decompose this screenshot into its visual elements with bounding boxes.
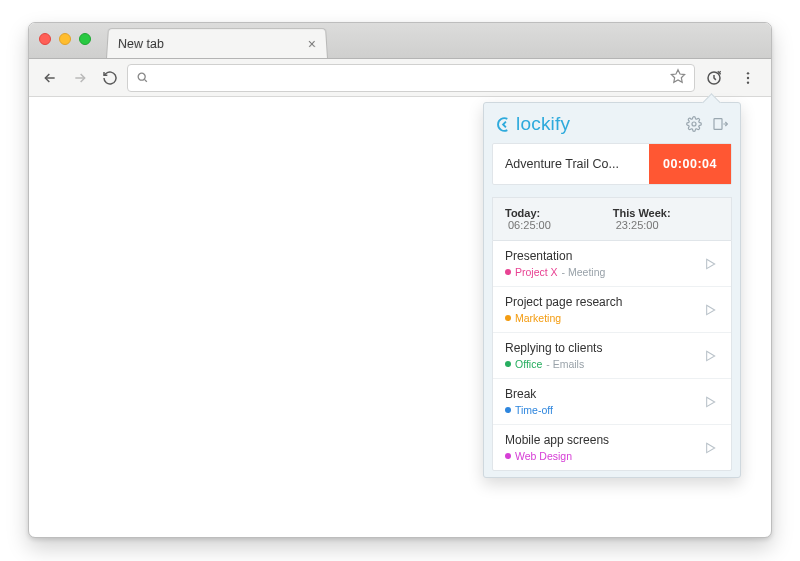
- bookmark-star-button[interactable]: [670, 68, 686, 88]
- entry-title: Replying to clients: [505, 341, 699, 355]
- search-icon: [136, 71, 149, 84]
- address-input[interactable]: [155, 70, 686, 85]
- svg-marker-9: [707, 305, 715, 314]
- clockify-logo-icon: [496, 116, 513, 133]
- clockify-clock-icon: [705, 69, 723, 87]
- entry-main: Project page research Marketing: [505, 295, 699, 324]
- svg-point-6: [692, 122, 696, 126]
- entry-meta: Project X - Meeting: [505, 266, 699, 278]
- entry-play-button[interactable]: [699, 299, 721, 321]
- time-entry[interactable]: Project page research Marketing: [493, 287, 731, 333]
- entry-main: Mobile app screens Web Design: [505, 433, 699, 462]
- clockify-logo-text: lockify: [516, 113, 570, 135]
- entry-play-button[interactable]: [699, 345, 721, 367]
- play-icon: [702, 348, 718, 364]
- project-color-dot: [505, 407, 511, 413]
- play-icon: [702, 256, 718, 272]
- svg-marker-10: [707, 351, 715, 360]
- window-minimize-button[interactable]: [59, 33, 71, 45]
- entry-tag: - Meeting: [562, 266, 606, 278]
- stats-today: Today: 06:25:00: [505, 207, 589, 231]
- entry-play-button[interactable]: [699, 437, 721, 459]
- time-entry-list: Presentation Project X - Meeting Project…: [492, 240, 732, 471]
- browser-tab[interactable]: New tab ×: [106, 28, 328, 58]
- stop-timer-button[interactable]: 00:00:04: [649, 144, 731, 184]
- tab-bar: New tab ×: [29, 23, 771, 59]
- entry-project: Web Design: [515, 450, 572, 462]
- active-timer-elapsed: 00:00:04: [663, 157, 717, 171]
- svg-marker-8: [707, 259, 715, 268]
- project-color-dot: [505, 269, 511, 275]
- project-color-dot: [505, 315, 511, 321]
- clockify-extension-button[interactable]: [699, 64, 729, 92]
- play-icon: [702, 440, 718, 456]
- play-icon: [702, 394, 718, 410]
- star-icon: [670, 68, 686, 84]
- stats-week-label: This Week:: [613, 207, 671, 219]
- popup-settings-button[interactable]: [686, 116, 702, 132]
- svg-point-5: [747, 81, 749, 83]
- play-icon: [702, 302, 718, 318]
- browser-window: New tab × l: [28, 22, 772, 538]
- stats-today-value: 06:25:00: [508, 219, 551, 231]
- svg-marker-11: [707, 397, 715, 406]
- arrow-left-icon: [42, 70, 58, 86]
- browser-toolbar: [29, 59, 771, 97]
- entry-meta: Web Design: [505, 450, 699, 462]
- logout-icon: [712, 116, 728, 132]
- window-controls: [39, 33, 91, 45]
- entry-project: Project X: [515, 266, 558, 278]
- stats-week: This Week: 23:25:00: [613, 207, 719, 231]
- entry-project: Office: [515, 358, 542, 370]
- svg-rect-7: [714, 119, 722, 130]
- svg-marker-12: [707, 443, 715, 452]
- tab-title: New tab: [118, 37, 164, 51]
- entry-title: Mobile app screens: [505, 433, 699, 447]
- svg-point-3: [747, 72, 749, 74]
- entry-title: Presentation: [505, 249, 699, 263]
- nav-forward-button[interactable]: [67, 65, 93, 91]
- time-stats-bar: Today: 06:25:00 This Week: 23:25:00: [492, 197, 732, 240]
- popup-header: lockify: [484, 103, 740, 143]
- svg-point-0: [138, 73, 145, 80]
- project-color-dot: [505, 361, 511, 367]
- svg-marker-1: [671, 69, 684, 82]
- stats-week-value: 23:25:00: [616, 219, 659, 231]
- entry-meta: Marketing: [505, 312, 699, 324]
- time-entry[interactable]: Break Time-off: [493, 379, 731, 425]
- window-zoom-button[interactable]: [79, 33, 91, 45]
- time-entry[interactable]: Mobile app screens Web Design: [493, 425, 731, 470]
- browser-menu-button[interactable]: [733, 64, 763, 92]
- clockify-logo: lockify: [496, 113, 570, 135]
- nav-back-button[interactable]: [37, 65, 63, 91]
- kebab-menu-icon: [740, 70, 756, 86]
- entry-title: Project page research: [505, 295, 699, 309]
- stats-today-label: Today:: [505, 207, 540, 219]
- reload-icon: [102, 70, 118, 86]
- entry-meta: Office - Emails: [505, 358, 699, 370]
- time-entry[interactable]: Replying to clients Office - Emails: [493, 333, 731, 379]
- entry-title: Break: [505, 387, 699, 401]
- entry-main: Replying to clients Office - Emails: [505, 341, 699, 370]
- entry-play-button[interactable]: [699, 391, 721, 413]
- entry-play-button[interactable]: [699, 253, 721, 275]
- entry-meta: Time-off: [505, 404, 699, 416]
- active-timer-row: Adventure Trail Co... 00:00:04: [492, 143, 732, 185]
- tab-close-button[interactable]: ×: [307, 37, 316, 51]
- time-entry[interactable]: Presentation Project X - Meeting: [493, 241, 731, 287]
- entry-project: Marketing: [515, 312, 561, 324]
- window-close-button[interactable]: [39, 33, 51, 45]
- entry-tag: - Emails: [546, 358, 584, 370]
- address-bar[interactable]: [127, 64, 695, 92]
- entry-main: Presentation Project X - Meeting: [505, 249, 699, 278]
- active-timer-description[interactable]: Adventure Trail Co...: [505, 157, 649, 171]
- project-color-dot: [505, 453, 511, 459]
- entry-project: Time-off: [515, 404, 553, 416]
- popup-logout-button[interactable]: [712, 116, 728, 132]
- gear-icon: [686, 116, 702, 132]
- entry-main: Break Time-off: [505, 387, 699, 416]
- nav-reload-button[interactable]: [97, 65, 123, 91]
- arrow-right-icon: [72, 70, 88, 86]
- clockify-popup: lockify Adventure Trail Co... 00:00:04 T…: [483, 102, 741, 478]
- svg-point-4: [747, 76, 749, 78]
